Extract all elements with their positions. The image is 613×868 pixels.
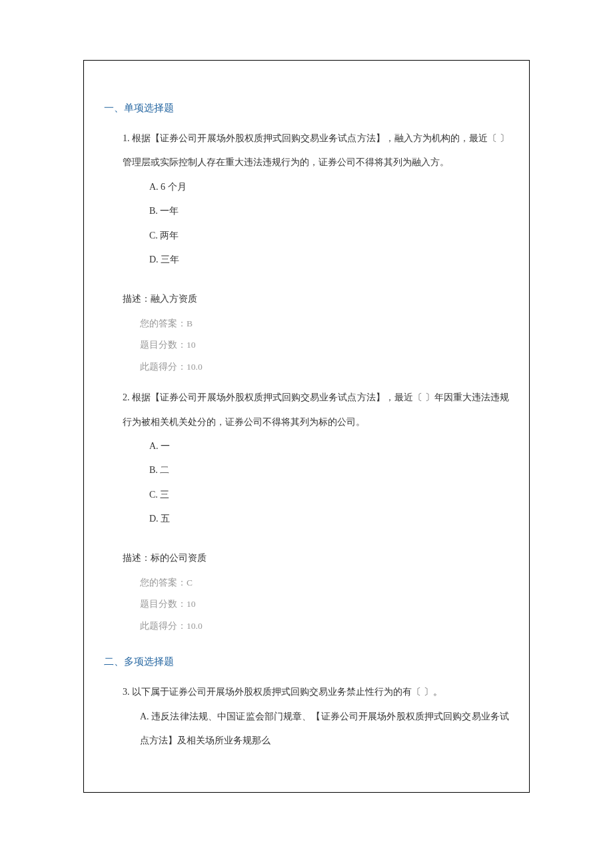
question-2-option-b: B. 二 [123, 458, 509, 482]
question-2-option-a: A. 一 [123, 434, 509, 458]
question-2-your-answer: 您的答案：C [123, 572, 509, 594]
exam-page: 一、单项选择题 1. 根据【证券公司开展场外股权质押式回购交易业务试点方法】，融… [83, 60, 530, 793]
question-2-text: 2. 根据【证券公司开展场外股权质押式回购交易业务试点方法】，最近〔 〕年因重大… [123, 386, 509, 434]
question-3-block: 3. 以下属于证券公司开展场外股权质押式回购交易业务禁止性行为的有〔 〕。 A.… [104, 680, 509, 753]
question-3-option-a: A. 违反法律法规、中国证监会部门规章、【证券公司开展场外股权质押式回购交易业务… [123, 705, 509, 753]
question-1-option-c: C. 两年 [123, 224, 509, 248]
question-1-description: 描述：融入方资质 [123, 288, 509, 310]
question-2-option-d: D. 五 [123, 507, 509, 531]
question-3-text: 3. 以下属于证券公司开展场外股权质押式回购交易业务禁止性行为的有〔 〕。 [123, 680, 509, 704]
question-1-block: 1. 根据【证券公司开展场外股权质押式回购交易业务试点方法】，融入方为机构的，最… [104, 127, 509, 637]
section-1-title: 一、单项选择题 [104, 102, 509, 115]
section-2-title: 二、多项选择题 [104, 655, 509, 668]
question-1-option-a: A. 6 个月 [123, 175, 509, 199]
question-1-option-b: B. 一年 [123, 199, 509, 223]
question-1-got: 此题得分：10.0 [123, 356, 509, 378]
question-2-score: 题目分数：10 [123, 594, 509, 615]
question-1-text: 1. 根据【证券公司开展场外股权质押式回购交易业务试点方法】，融入方为机构的，最… [123, 127, 509, 175]
question-2-option-c: C. 三 [123, 483, 509, 507]
question-1-option-d: D. 三年 [123, 248, 509, 272]
question-2-description: 描述：标的公司资质 [123, 547, 509, 570]
question-2-got: 此题得分：10.0 [123, 616, 509, 637]
question-1-score: 题目分数：10 [123, 334, 509, 356]
question-1-your-answer: 您的答案：B [123, 313, 509, 334]
